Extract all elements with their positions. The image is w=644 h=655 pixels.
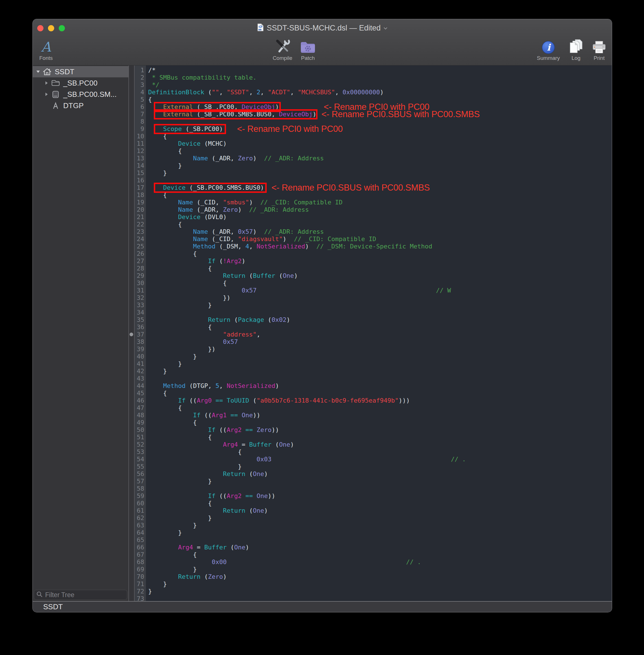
line-number: 40 (135, 353, 144, 360)
annotation-rename-sbus-1: <- Rename PCI0.SBUS with PC00.SMBS (321, 110, 480, 119)
line-number: 31 (135, 287, 144, 294)
summary-button[interactable]: i Summary (534, 38, 562, 61)
tools-icon (270, 38, 296, 54)
line-number: 70 (135, 573, 144, 581)
code-editor[interactable]: /* * SMBus compatibility table. */Defini… (146, 66, 612, 601)
disclosure-right-icon[interactable] (43, 81, 50, 85)
rename-highlight-box-scope (154, 124, 226, 134)
code-line: If ((Arg0 == ToUUID ("a0b5b7c6-1318-441c… (148, 397, 612, 404)
code-line: }) (148, 345, 612, 353)
code-line: { (148, 404, 612, 412)
line-number: 60 (135, 500, 144, 507)
rename-highlight-box-external-smbs (154, 109, 318, 119)
line-number: 65 (135, 537, 144, 544)
line-number: 45 (135, 390, 144, 397)
filter-tree-input[interactable] (45, 591, 125, 599)
line-number: 57 (135, 478, 144, 485)
filter-tree-field[interactable] (34, 590, 127, 600)
code-line: { (148, 419, 612, 426)
code-line: { (148, 265, 612, 272)
chevron-down-icon[interactable] (384, 26, 388, 31)
window-chrome: DSL SSDT-SBUS-MCHC.dsl — Edited A Fonts (33, 19, 612, 66)
code-line: Method (DTGP, 5, NotSerialized) (148, 382, 612, 390)
line-number: 73 (135, 595, 144, 601)
line-number: 1 (135, 67, 144, 74)
code-line: If ((Arg1 == One)) (148, 412, 612, 419)
line-number: 36 (135, 323, 144, 331)
code-line: Name (_CID, "smbus") // _CID: Compatible… (148, 199, 612, 206)
line-number: 12 (135, 148, 144, 155)
line-number: 33 (135, 301, 144, 309)
toolbar-label: Log (563, 55, 589, 61)
print-button[interactable]: Print (586, 38, 612, 61)
line-number: 72 (135, 588, 144, 595)
search-icon (37, 591, 43, 598)
line-number: 52 (135, 441, 144, 448)
line-number: 24 (135, 235, 144, 243)
disclosure-right-icon[interactable] (43, 92, 50, 96)
fonts-button[interactable]: A Fonts (33, 38, 59, 61)
annotation-rename-sbus-2: <- Rename PCI0.SBUS with PC00.SMBS (272, 183, 430, 193)
svg-text:DSL: DSL (259, 29, 261, 30)
log-button[interactable]: Log (563, 38, 589, 61)
compile-button[interactable]: Compile (270, 38, 296, 61)
code-line: } (148, 514, 612, 522)
line-number: 4 (135, 89, 144, 96)
main-content: SSDT _SB.PC00 (33, 66, 612, 601)
line-number: 63 (135, 522, 144, 529)
bookmark-dot (130, 333, 133, 336)
code-line: } (148, 463, 612, 470)
line-number: 9 (135, 126, 144, 133)
line-number: 27 (135, 257, 144, 265)
line-number: 46 (135, 397, 144, 404)
line-number: 37 (135, 331, 144, 338)
line-number: 23 (135, 228, 144, 235)
code-line: If ((Arg2 == Zero)) (148, 426, 612, 434)
line-number: 67 (135, 551, 144, 559)
home-icon (42, 68, 52, 76)
document-proxy-icon[interactable]: DSL (257, 23, 264, 32)
line-number: 28 (135, 265, 144, 272)
line-number: 2 (135, 74, 144, 81)
printer-icon (586, 38, 612, 54)
code-line: Name (_ADR, Zero) // _ADR: Address (148, 155, 612, 162)
code-line: } (148, 360, 612, 367)
line-number: 48 (135, 412, 144, 419)
line-number: 26 (135, 250, 144, 257)
code-line: Device (MCHC) (148, 140, 612, 148)
tree-item-label: _SB.PC00.SM... (63, 90, 117, 99)
line-number: 32 (135, 294, 144, 301)
code-line: */ (148, 81, 612, 89)
line-number: 47 (135, 404, 144, 412)
code-line: Method (_DSM, 4, NotSerialized) // _DSM:… (148, 243, 612, 250)
tree-item-sb-pc00[interactable]: _SB.PC00 (33, 77, 129, 89)
code-line: } (148, 162, 612, 170)
patch-button[interactable]: Patch (295, 38, 321, 61)
line-number: 34 (135, 309, 144, 316)
line-number: 29 (135, 272, 144, 279)
code-line: Return (One) (148, 470, 612, 478)
line-number: 18 (135, 191, 144, 199)
code-line: { (148, 250, 612, 257)
status-bar: SSDT (33, 601, 612, 612)
code-line: } (148, 478, 612, 485)
line-number: 3 (135, 81, 144, 89)
tree-item-dtgp[interactable]: DTGP (33, 100, 129, 111)
line-number: 38 (135, 338, 144, 345)
toolbar-label: Print (586, 55, 612, 61)
code-line: 0x57 // W (148, 287, 612, 294)
window-title: SSDT-SBUS-MCHC.dsl — Edited (267, 24, 381, 32)
device-icon (50, 91, 61, 98)
rename-highlight-box-device (154, 183, 267, 193)
code-line: Return (Package (0x02) (148, 316, 612, 323)
disclosure-down-icon[interactable] (34, 70, 42, 73)
code-line: * SMBus compatibility table. (148, 74, 612, 81)
toolbar-label: Compile (270, 55, 296, 61)
code-line: { (148, 279, 612, 287)
tree-item-label: SSDT (55, 67, 74, 76)
line-number: 54 (135, 456, 144, 463)
code-line: DefinitionBlock ("", "SSDT", 2, "ACDT", … (148, 89, 612, 96)
tree-item-sb-pc00-sm[interactable]: _SB.PC00.SM... (33, 89, 129, 100)
tree-item-ssdt[interactable]: SSDT (33, 66, 129, 77)
line-number: 69 (135, 566, 144, 573)
